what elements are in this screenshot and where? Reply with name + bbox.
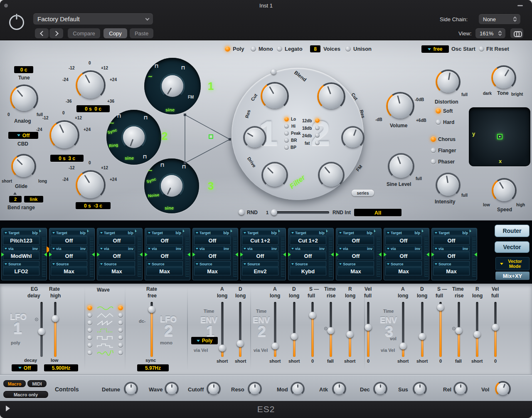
lfo2-rate-slider[interactable] xyxy=(148,302,155,357)
mod-arrow-icon[interactable] xyxy=(44,252,47,257)
intensity-knob[interactable] xyxy=(436,173,461,198)
via-header[interactable]: viainv xyxy=(146,246,183,251)
bypass-toggle[interactable]: b/p xyxy=(463,231,468,235)
filter-slope-24db-radio[interactable] xyxy=(315,133,320,138)
preset-dropdown[interactable]: Factory Default xyxy=(33,13,153,25)
via-dropdown[interactable]: Off xyxy=(242,252,278,260)
mod-arrow-icon[interactable] xyxy=(331,252,334,257)
detune-knob[interactable] xyxy=(124,382,138,396)
macro-button[interactable]: Macro xyxy=(3,380,26,387)
source-header[interactable]: Source xyxy=(433,261,470,267)
cutoff-knob[interactable] xyxy=(207,382,221,396)
env3-attack-slider[interactable] xyxy=(399,302,407,357)
mod-arrow-icon[interactable] xyxy=(431,252,434,257)
source-dropdown[interactable]: Max xyxy=(337,267,374,275)
mod-amount-slider[interactable] xyxy=(281,237,285,277)
mod-arrow-icon[interactable] xyxy=(336,252,339,257)
invert-toggle[interactable]: inv xyxy=(128,247,133,251)
env2-release-slider[interactable] xyxy=(346,302,354,357)
source-header[interactable]: Source xyxy=(99,261,135,267)
source-header[interactable]: Source xyxy=(146,261,183,267)
filter-mode-hi-radio[interactable] xyxy=(284,124,289,129)
bend-range-display[interactable]: 2 xyxy=(9,196,22,203)
link-button[interactable] xyxy=(510,28,523,38)
env3-sustain-slider[interactable] xyxy=(437,302,444,357)
osc3-waveform-knob[interactable] xyxy=(159,173,184,198)
target-dropdown[interactable]: Pitch123 xyxy=(3,236,39,245)
target-dropdown[interactable]: Off xyxy=(99,236,135,245)
source-dropdown[interactable]: Kybd xyxy=(290,267,326,275)
env2-decay-slider[interactable] xyxy=(291,302,298,357)
invert-toggle[interactable]: inv xyxy=(415,247,420,251)
target-dropdown[interactable]: Off xyxy=(51,236,87,245)
source-header[interactable]: Source xyxy=(51,261,87,267)
bypass-toggle[interactable]: b/p xyxy=(319,231,325,235)
mod-amount-slider[interactable] xyxy=(377,237,380,277)
filter-mode-lo-radio[interactable] xyxy=(284,117,289,121)
via-header[interactable]: viainv xyxy=(51,246,87,251)
target-dropdown[interactable]: Off xyxy=(433,236,470,245)
osc2-pitch-knob[interactable] xyxy=(49,120,79,150)
filter-slope-18db-radio[interactable] xyxy=(315,126,320,130)
filter-slope-12db-radio[interactable] xyxy=(315,118,320,123)
mod-arrow-icon[interactable] xyxy=(192,252,195,257)
filter1-drive-knob[interactable] xyxy=(261,162,288,188)
lfo2-wave-radio-2[interactable] xyxy=(118,313,123,318)
lfo1-wave-radio-1[interactable] xyxy=(87,305,92,310)
lfo1-wave-radio-6[interactable] xyxy=(87,343,92,348)
env1-decay-slider[interactable] xyxy=(236,302,244,357)
filter-mode-peak-radio[interactable] xyxy=(284,131,289,136)
mod-arrow-icon[interactable] xyxy=(283,252,286,257)
legato-radio[interactable] xyxy=(277,46,282,52)
target-header[interactable]: Targetb/p xyxy=(3,230,39,235)
via-dropdown[interactable]: Off xyxy=(99,252,135,260)
lfo1-eg-display[interactable]: Off xyxy=(12,364,37,371)
lfo1-eg-slider[interactable] xyxy=(38,302,45,357)
via-header[interactable]: viainv xyxy=(194,246,231,251)
target-header[interactable]: Targetb/p xyxy=(290,230,326,235)
blend-slider-thumb[interactable] xyxy=(271,69,276,74)
copy-button[interactable]: Copy xyxy=(103,28,127,38)
mod-arrow-icon[interactable] xyxy=(1,252,4,257)
source-header[interactable]: Source xyxy=(337,261,374,267)
invert-toggle[interactable]: inv xyxy=(224,247,229,251)
macro-only-button[interactable]: Macro only xyxy=(3,391,48,398)
osc3-pitch-knob[interactable] xyxy=(76,170,106,200)
via-header[interactable]: viainv xyxy=(3,246,39,251)
osc-mix-triangle[interactable] xyxy=(181,109,233,169)
speed-knob[interactable] xyxy=(492,178,517,203)
mod-arrow-icon[interactable] xyxy=(97,252,100,257)
bypass-toggle[interactable]: b/p xyxy=(367,231,373,235)
osc1-waveform-knob[interactable] xyxy=(160,74,185,99)
power-button[interactable] xyxy=(9,15,24,30)
flt-reset-radio[interactable] xyxy=(479,46,484,52)
source-header[interactable]: Source xyxy=(242,261,278,267)
source-header[interactable]: Source xyxy=(194,261,231,267)
lfo1-rate-display[interactable]: 5.900Hz xyxy=(44,364,78,371)
lfo1-wave-radio-3[interactable] xyxy=(87,320,92,325)
via-header[interactable]: viainv xyxy=(433,246,470,251)
paste-button[interactable]: Paste xyxy=(130,28,153,38)
invert-toggle[interactable]: inv xyxy=(319,247,325,251)
via-dropdown[interactable]: ModWhl xyxy=(3,252,39,260)
lfo2-rate-display[interactable]: 5.97Hz xyxy=(137,364,169,371)
filter2-fm-knob[interactable] xyxy=(318,162,345,188)
flanger-radio[interactable] xyxy=(431,148,436,153)
mod-arrow-icon[interactable] xyxy=(49,252,52,257)
osc2-waveform-knob[interactable] xyxy=(121,125,146,150)
osc-start-dropdown[interactable]: free xyxy=(421,45,449,53)
source-dropdown[interactable]: Max xyxy=(146,267,183,275)
env1-mode-dropdown[interactable]: Poly xyxy=(191,337,218,344)
mod-knob[interactable] xyxy=(291,382,305,396)
mod-amount-slider[interactable] xyxy=(42,237,46,277)
vector-mode-value[interactable]: Mix+XY xyxy=(495,272,530,280)
prev-preset-button[interactable] xyxy=(35,28,49,38)
analog-knob[interactable] xyxy=(10,84,38,113)
vector-mode-dropdown[interactable]: Vector Mode xyxy=(495,257,530,270)
mod-arrow-icon[interactable] xyxy=(92,252,95,257)
source-dropdown[interactable]: Max xyxy=(194,267,231,275)
unison-radio[interactable] xyxy=(345,46,351,52)
source-dropdown[interactable]: Max xyxy=(385,267,422,275)
mod-arrow-icon[interactable] xyxy=(379,252,382,257)
target-header[interactable]: Targetb/p xyxy=(385,230,422,235)
